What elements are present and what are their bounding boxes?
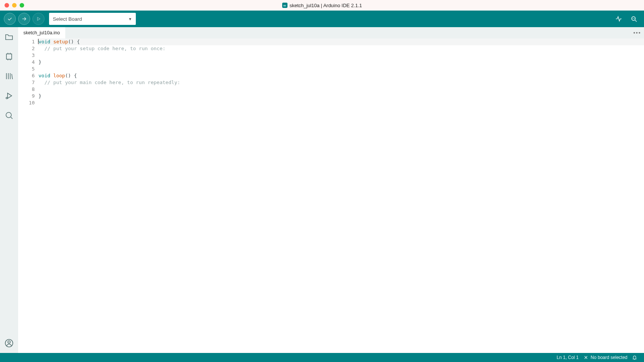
magnifier-icon <box>630 15 638 23</box>
notifications-button[interactable] <box>630 355 639 360</box>
code-editor[interactable]: 12345678910 void setup() { // put your s… <box>18 38 644 353</box>
bell-icon <box>632 355 637 360</box>
sketchbook-button[interactable] <box>4 32 14 42</box>
svg-point-19 <box>8 341 10 343</box>
minimize-window-button[interactable] <box>12 3 17 8</box>
library-icon <box>5 72 14 81</box>
search-icon <box>5 111 14 120</box>
svg-line-3 <box>635 20 636 21</box>
account-button[interactable] <box>4 338 14 348</box>
arrow-right-icon <box>21 16 27 22</box>
titlebar: ∞ sketch_jul10a | Arduino IDE 2.1.1 <box>0 0 644 11</box>
debug-panel-button[interactable] <box>4 90 14 101</box>
arduino-app-icon: ∞ <box>282 3 287 8</box>
close-x-icon <box>583 355 589 360</box>
close-window-button[interactable] <box>5 3 9 8</box>
activity-bar <box>0 27 18 353</box>
upload-button[interactable] <box>18 13 30 25</box>
svg-marker-1 <box>37 17 40 20</box>
window-title-text: sketch_jul10a | Arduino IDE 2.1.1 <box>290 3 362 8</box>
verify-button[interactable] <box>4 13 16 25</box>
status-bar: Ln 1, Col 1 No board selected <box>0 353 644 362</box>
play-bug-icon <box>35 16 41 22</box>
svg-rect-5 <box>6 54 12 59</box>
svg-point-2 <box>632 17 635 20</box>
svg-marker-14 <box>8 93 12 98</box>
svg-point-16 <box>6 112 11 118</box>
cursor-position[interactable]: Ln 1, Col 1 <box>555 355 581 360</box>
line-number-gutter: 12345678910 <box>18 38 38 353</box>
chevron-down-icon: ▼ <box>128 17 132 21</box>
editor-tab[interactable]: sketch_jul10a.ino <box>18 27 66 38</box>
board-status[interactable]: No board selected <box>581 355 630 360</box>
serial-monitor-button[interactable] <box>627 12 640 25</box>
folder-icon <box>5 32 14 41</box>
serial-plotter-button[interactable] <box>612 12 625 25</box>
ellipsis-icon: ••• <box>633 30 641 36</box>
svg-point-15 <box>6 97 8 99</box>
editor-area: sketch_jul10a.ino ••• 12345678910 void s… <box>18 27 644 353</box>
editor-tab-label: sketch_jul10a.ino <box>23 30 60 35</box>
user-icon <box>5 339 14 348</box>
toolbar: Select Board ▼ <box>0 11 644 27</box>
search-button[interactable] <box>4 110 14 121</box>
board-icon <box>5 52 14 61</box>
main-body: sketch_jul10a.ino ••• 12345678910 void s… <box>0 27 644 353</box>
pulse-icon <box>615 15 622 23</box>
check-icon <box>7 16 13 22</box>
window-controls <box>5 3 24 8</box>
svg-line-17 <box>11 117 13 119</box>
board-selector-label: Select Board <box>53 16 82 22</box>
maximize-window-button[interactable] <box>20 3 24 8</box>
window-title: ∞ sketch_jul10a | Arduino IDE 2.1.1 <box>282 3 362 8</box>
board-selector[interactable]: Select Board ▼ <box>49 13 136 25</box>
boards-manager-button[interactable] <box>4 51 14 62</box>
cursor-position-text: Ln 1, Col 1 <box>557 355 579 360</box>
debug-run-icon <box>5 91 14 100</box>
tab-overflow-button[interactable]: ••• <box>630 27 644 38</box>
code-text[interactable]: void setup() { // put your setup code he… <box>38 38 644 353</box>
tab-bar: sketch_jul10a.ino ••• <box>18 27 644 38</box>
debug-button[interactable] <box>32 13 45 25</box>
svg-line-13 <box>12 74 12 79</box>
board-status-text: No board selected <box>591 355 627 360</box>
library-manager-button[interactable] <box>4 71 14 81</box>
